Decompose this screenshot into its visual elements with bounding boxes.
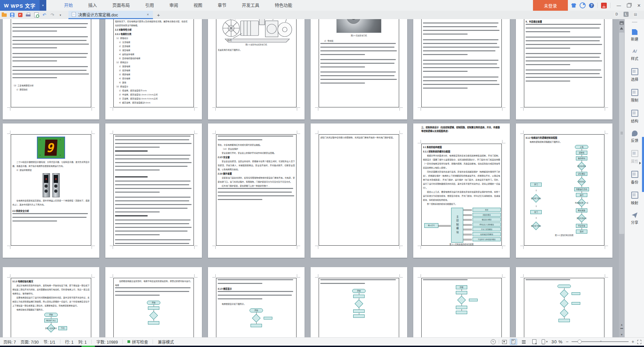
scroll-up-icon[interactable] (620, 27, 623, 30)
minimize-button[interactable]: — (614, 0, 624, 11)
sidebar-item-限制[interactable]: 限制 (625, 89, 644, 103)
document-tab[interactable]: 决赛设计方案定稿.doc × (68, 11, 153, 19)
document-page[interactable] (516, 267, 612, 337)
document-page[interactable]: 5．平层感应装置 (516, 19, 612, 119)
print-icon[interactable] (24, 11, 32, 19)
panel-button (54, 184, 58, 188)
document-page[interactable]: 当轿厢载荷超过设定值时，电梯不响应设定的层站召唤，按登记的轿内指令运行。电梯开始 (105, 267, 202, 337)
page-nav-icon[interactable] (620, 21, 624, 25)
sidebar-accent-bar[interactable] (642, 137, 644, 192)
zoom-slider-thumb[interactable] (578, 340, 582, 344)
sidebar-item-备份[interactable]: 备份 (625, 171, 644, 185)
text-line-placeholder (115, 181, 191, 182)
mobile-view-button[interactable]: ▾ (541, 339, 548, 345)
side-mode-icon[interactable]: D (614, 12, 619, 17)
document-page[interactable]: （3）三菱电梯群控分析1）群控指标 (3, 19, 99, 119)
sidebar-item-label: 限制 (631, 97, 638, 103)
margin-mark (297, 107, 300, 111)
document-page[interactable]: 9二寸16段显示器楼层显示器包括：分离式显示器、七段码显示器、发光管点阵显示器、… (3, 123, 99, 258)
hide-toolbar-icon[interactable]: ▤ (633, 12, 638, 17)
document-page[interactable]: 三、控制系统设计（包括控制逻辑、控制回路、控制算法等的选择，开关、传感器等控制逻… (413, 123, 510, 258)
logo-caret-icon[interactable]: ▾ (40, 0, 46, 11)
document-page[interactable]: 3.1.3 电梯初始化概况通过对电梯仿真软件的操作，发现电梯一开始停在最下端，即… (3, 267, 99, 337)
text-line-placeholder (526, 37, 601, 38)
open-file-icon[interactable] (0, 11, 8, 19)
spell-check-status[interactable]: 拼写检查 (127, 339, 148, 345)
vertical-scrollbar[interactable]: ▲▬ ▼ (619, 19, 625, 337)
document-page[interactable] (105, 123, 202, 258)
document-page[interactable] (413, 19, 510, 119)
print-preview-icon[interactable] (32, 11, 40, 19)
sidebar-item-结构[interactable]: 结构 (625, 110, 644, 123)
document-page[interactable]: 马达风机制动器（抱闸）减速齿轮箱盘车手轮/飞轮曳引轮马达图2-3 齿轮传动式的曳… (208, 19, 305, 119)
login-button[interactable]: 未登录 (533, 0, 568, 11)
scrollbar-thumb[interactable] (619, 33, 624, 234)
menu-tab-开发工具[interactable]: 开发工具 (234, 0, 267, 11)
previous-page-button[interactable]: ▲▬ (620, 323, 624, 330)
document-page[interactable]: 3.1.5 楼层显示电梯楼层显示如下图所示。开始 (208, 267, 305, 337)
zoom-out-button[interactable]: − (566, 339, 569, 344)
text-line-placeholder (12, 220, 57, 221)
text-line-placeholder (12, 73, 89, 75)
menu-tab-页面布局[interactable]: 页面布局 (105, 0, 138, 11)
sidebar-collapse-handle[interactable] (632, 22, 637, 22)
zoom-level[interactable]: 30 % (551, 339, 563, 344)
flow-decision: 是否有呼叫 (578, 162, 586, 170)
export-pdf-icon[interactable]: P (16, 11, 24, 19)
menu-tab-特色功能[interactable]: 特色功能 (267, 0, 300, 11)
undo-icon[interactable]: ↶ (40, 11, 48, 19)
menu-tab-开始[interactable]: 开始 (56, 0, 80, 11)
sidebar-expand-icon[interactable] (639, 162, 641, 164)
menu-tab-章节[interactable]: 章节 (210, 0, 234, 11)
status-word-count[interactable]: 字数: 10989 (96, 339, 118, 345)
text-line-placeholder (115, 166, 187, 167)
fullscreen-view-icon[interactable] (502, 340, 507, 344)
restore-button[interactable] (624, 0, 634, 11)
zoom-in-button[interactable]: + (632, 339, 634, 344)
menu-tab-插入[interactable]: 插入 (80, 0, 105, 11)
close-tab-icon[interactable]: × (146, 12, 150, 16)
sidebar-item-分享[interactable]: 分享 (625, 212, 644, 225)
sidebar-item-映射[interactable]: 映射 (625, 192, 644, 205)
document-page[interactable]: 现在，许多电梯都用红外线或光幕代替安全触板。（13）安全窗保护安全窗被打开时，安… (208, 123, 305, 258)
download-icon[interactable]: ↓ (601, 3, 607, 8)
document-page[interactable]: 短的情况下，优化电梯运行距离以及系统起停总次数。兼顾考虑静态分配、动态优化的原则… (105, 19, 202, 119)
task-window-icon[interactable]: L (624, 12, 629, 17)
document-page[interactable]: 3.1.2 电梯运行的逻辑控制流程图电梯的逻辑控制流程图如下图所示。上电初始化等… (516, 123, 612, 258)
document-page[interactable]: 开始 (311, 267, 407, 337)
menu-tab-引用[interactable]: 引用 (138, 0, 162, 11)
fit-page-icon[interactable] (637, 340, 641, 344)
diagram-main-controller-box: 主控制模块 (451, 208, 463, 243)
page-view-button[interactable] (510, 339, 517, 345)
document-page[interactable]: 停梯 (413, 267, 510, 337)
menu-tab-审阅[interactable]: 审阅 (162, 0, 186, 11)
sidebar-item-选择[interactable]: 选择 (625, 68, 644, 82)
menu-tab-视图[interactable]: 视图 (186, 0, 210, 11)
flow-step (264, 317, 272, 319)
flowchart: 上电初始化等待呼叫是否有呼叫记忆楼层是否同层判断运行方向运行到达楼层是上一层制动… (526, 145, 603, 234)
flow-step: 关门 (530, 210, 542, 214)
sidebar-item-反馈[interactable]: 反馈 (625, 131, 644, 143)
web-view-button[interactable] (531, 339, 538, 345)
sidebar-item-样式[interactable]: A/样式 (625, 49, 644, 61)
help-group[interactable]: ? ▾ (589, 3, 594, 8)
document-page[interactable]: 感知门关闭过程中任何细小的障碍物，关闭途经门重新开启的一种光电门保护装置。 (311, 123, 407, 258)
close-button[interactable]: ✕ (634, 0, 644, 11)
next-page-button[interactable]: ▼ (620, 333, 624, 337)
document-page[interactable]: 曳引轮图2-4 无齿轮曳引机2）导向轮 (311, 19, 407, 119)
outline-view-button[interactable] (520, 339, 528, 345)
toolbar-dropdown-icon[interactable]: ▾ (56, 11, 64, 19)
save-icon[interactable] (8, 11, 16, 19)
history-icon[interactable] (491, 339, 496, 344)
page-text-frame: 3.1 系统的结构框图3.1.1 控制系统的模块功能图根据对甲方的需求分析，电梯… (421, 144, 502, 246)
title-bar: W WPS 文字 ▾ 开始插入页面布局引用审阅视图章节开发工具特色功能 未登录 … (0, 0, 644, 11)
zoom-slider[interactable]: + (572, 339, 629, 344)
document-canvas[interactable]: （3）三菱电梯群控分析1）群控指标短的情况下，优化电梯运行距离以及系统起停总次数… (0, 19, 619, 337)
redo-icon[interactable]: ↷ (48, 11, 56, 19)
weibo-icon[interactable] (580, 2, 586, 8)
sidebar-item-新建[interactable]: 新建 (625, 29, 644, 42)
new-tab-button[interactable]: + (157, 12, 160, 18)
doc-paragraph: 同时还需要对异常状态进行监测。异常状态包括超载保护（电梯超载时保持开门状态）、终… (423, 170, 500, 190)
wps-logo[interactable]: W WPS 文字 (0, 0, 40, 11)
skin-icon[interactable] (571, 3, 576, 8)
